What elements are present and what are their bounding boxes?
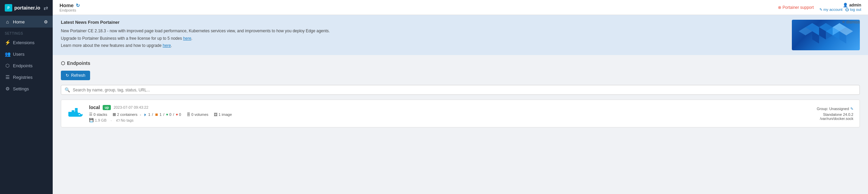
endpoint-name: local (89, 105, 100, 110)
search-input[interactable] (73, 88, 856, 92)
status-badge: up (103, 105, 111, 110)
containers-icon: ▦ (113, 112, 116, 117)
sidebar-toggle-icon[interactable]: ⇄ (44, 5, 48, 11)
endpoint-meta: 💾 1.9 GB - 🏷 No tags (89, 118, 811, 122)
header-right: ⊗ Portainer support 👤 admin ✎ my account… (778, 3, 861, 12)
search-icon: 🔍 (65, 87, 70, 92)
support-link[interactable]: ⊗ Portainer support (778, 5, 814, 10)
search-bar: 🔍 (61, 85, 860, 95)
tag-icon: 🏷 (116, 118, 120, 122)
endpoint-card[interactable]: local up 2023-07-07 09:43:22 ☰ 0 stacks … (61, 100, 860, 127)
user-links: ✎ my account ⏻ log out (819, 7, 861, 12)
settings-section-label: SETTINGS (0, 28, 53, 37)
sidebar-item-extensions[interactable]: ⚡ Extensions (0, 37, 53, 48)
page-refresh-icon[interactable]: ↻ (76, 3, 80, 8)
header-left: Home ↻ Endpoints (59, 2, 80, 12)
svg-point-17 (79, 114, 80, 115)
my-account-link[interactable]: ✎ my account (819, 7, 843, 12)
sidebar-item-registries[interactable]: ☰ Registries (0, 71, 53, 83)
endpoints-icon: ⬡ (5, 63, 10, 68)
sidebar-item-endpoints[interactable]: ⬡ Endpoints (0, 60, 53, 71)
refresh-icon: ↻ (66, 73, 69, 78)
images-icon: 🖼 (214, 112, 218, 117)
refresh-button[interactable]: ↻ Refresh (61, 71, 90, 80)
user-name: 👤 admin (843, 3, 861, 7)
stat-stacks: ☰ 0 stacks (89, 112, 107, 117)
news-body: New Portainer CE 2.18.3 - now with impro… (61, 28, 788, 50)
news-line2: Upgrade to Portainer Business with a fre… (61, 35, 788, 42)
endpoints-section: ⬡ Endpoints ↻ Refresh 🔍 (53, 55, 868, 133)
endpoint-info: local up 2023-07-07 09:43:22 ☰ 0 stacks … (89, 105, 811, 122)
news-line1: New Portainer CE 2.18.3 - now with impro… (61, 28, 788, 35)
sidebar-item-users[interactable]: 👥 Users (0, 48, 53, 60)
endpoint-stats: ☰ 0 stacks ▦ 2 containers - ⏵ 1 / ⏹ 1 (89, 112, 811, 117)
dismiss-button[interactable]: ✕ dismiss (842, 20, 860, 24)
stacks-icon: ☰ (89, 112, 92, 117)
endpoint-right: Group: Unassigned ✎ Standalone 24.0.2 /v… (817, 107, 853, 121)
news-link-2[interactable]: here (163, 43, 171, 48)
edit-group-icon[interactable]: ✎ (850, 107, 853, 111)
top-header: Home ↻ Endpoints ⊗ Portainer support 👤 a… (53, 0, 868, 15)
news-text-area: Latest News From Portainer New Portainer… (61, 20, 788, 50)
page-title: Home ↻ (59, 2, 80, 8)
user-menu: 👤 admin ✎ my account ⏻ log out (819, 3, 861, 12)
endpoints-section-icon: ⬡ (61, 60, 65, 66)
endpoint-date: 2023-07-07 09:43:22 (114, 105, 148, 109)
account-icon: ✎ (819, 7, 822, 12)
endpoint-group: Group: Unassigned ✎ (817, 107, 853, 111)
section-header: ⬡ Endpoints (61, 60, 860, 66)
healthy-icon: ♥ (166, 112, 168, 117)
main-content: Home ↻ Endpoints ⊗ Portainer support 👤 a… (53, 0, 868, 194)
news-link-1[interactable]: here (183, 36, 191, 41)
logout-icon: ⏻ (845, 7, 849, 12)
support-icon: ⊗ (778, 5, 781, 10)
news-title: Latest News From Portainer (61, 20, 788, 25)
stat-storage: 💾 1.9 GB (89, 118, 106, 122)
home-icon: ⌂ (5, 19, 10, 24)
content: Latest News From Portainer New Portainer… (53, 15, 868, 194)
sidebar: P portainer.io ⇄ ⌂ Home ⚙ SETTINGS ⚡ Ext… (0, 0, 53, 194)
news-banner: Latest News From Portainer New Portainer… (53, 15, 868, 55)
stat-tags: 🏷 No tags (116, 118, 134, 122)
settings-icon: ⚙ (5, 86, 10, 91)
svg-rect-16 (75, 108, 78, 110)
logo: P portainer.io (5, 4, 40, 12)
unhealthy-icon: ♥ (176, 112, 178, 117)
endpoint-logo (67, 105, 84, 122)
sidebar-item-settings[interactable]: ⚙ Settings (0, 83, 53, 94)
endpoint-socket: /var/run/docker.sock (817, 117, 853, 121)
user-icon: 👤 (843, 3, 848, 7)
stat-volumes: 🗄 0 volumes (187, 112, 208, 117)
news-line3: Learn more about the new features and ho… (61, 42, 788, 50)
volumes-icon: 🗄 (187, 112, 190, 117)
endpoint-title-row: local up 2023-07-07 09:43:22 (89, 105, 811, 110)
breadcrumb: Endpoints (59, 8, 80, 12)
stat-containers: ▦ 2 containers - ⏵ 1 / ⏹ 1 / ♥ 0 / (113, 112, 181, 117)
logout-link[interactable]: ⏻ log out (845, 7, 861, 12)
stopped-icon: ⏹ (155, 112, 158, 117)
logo-icon: P (5, 4, 12, 12)
users-icon: 👥 (5, 51, 10, 57)
registries-icon: ☰ (5, 74, 10, 80)
extensions-icon: ⚡ (5, 40, 10, 45)
storage-icon: 💾 (89, 118, 94, 122)
endpoint-version: Standalone 24.0.2 (817, 112, 853, 117)
running-icon: ⏵ (143, 112, 147, 117)
stat-images: 🖼 1 image (214, 112, 232, 117)
home-settings-icon: ⚙ (44, 19, 48, 24)
sidebar-item-home[interactable]: ⌂ Home ⚙ (0, 16, 53, 28)
sidebar-logo: P portainer.io ⇄ (0, 0, 53, 16)
